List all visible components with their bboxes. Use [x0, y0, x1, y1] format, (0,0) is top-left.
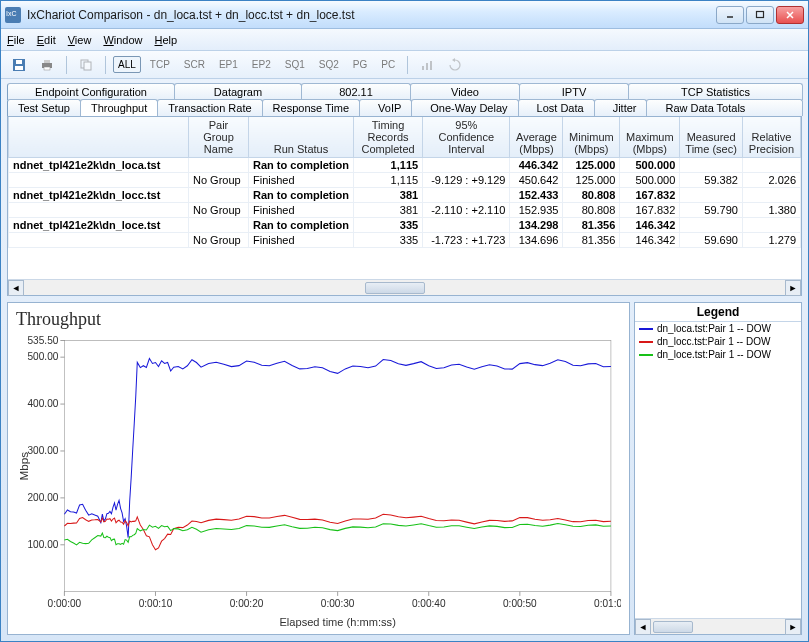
cell: 2.026: [742, 173, 800, 188]
col-header[interactable]: Measured Time (sec): [680, 117, 743, 158]
table-row[interactable]: ndnet_tpl421e2k\dn_loce.tstRan to comple…: [9, 218, 801, 233]
cell: 81.356: [563, 233, 620, 248]
titlebar[interactable]: IxChariot Comparison - dn_loca.tst + dn_…: [1, 1, 808, 29]
cell: [9, 233, 189, 248]
tab-one-way-delay[interactable]: One-Way Delay: [411, 99, 518, 116]
cell: Finished: [249, 233, 354, 248]
filter-all[interactable]: ALL: [113, 56, 141, 73]
filter-ep2[interactable]: EP2: [247, 56, 276, 73]
svg-text:400.00: 400.00: [28, 398, 59, 409]
tab-endpoint-config[interactable]: Endpoint Configuration: [7, 83, 175, 100]
col-header[interactable]: Relative Precision: [742, 117, 800, 158]
svg-rect-9: [84, 62, 91, 70]
filter-sq1[interactable]: SQ1: [280, 56, 310, 73]
tab-throughput[interactable]: Throughput: [80, 99, 158, 116]
close-button[interactable]: [776, 6, 804, 24]
app-window: IxChariot Comparison - dn_loca.tst + dn_…: [0, 0, 809, 642]
menu-window[interactable]: Window: [103, 34, 142, 46]
filter-scr[interactable]: SCR: [179, 56, 210, 73]
tab-transaction-rate[interactable]: Transaction Rate: [157, 99, 262, 116]
filter-tcp[interactable]: TCP: [145, 56, 175, 73]
save-icon[interactable]: [7, 55, 31, 75]
cell: 134.298: [510, 218, 563, 233]
col-header[interactable]: 95% Confidence Interval: [423, 117, 510, 158]
cell: 1.279: [742, 233, 800, 248]
chart-icon[interactable]: [415, 55, 439, 75]
cell: 335: [353, 218, 422, 233]
tab-jitter[interactable]: Jitter: [594, 99, 648, 116]
refresh-icon[interactable]: [443, 55, 467, 75]
menu-view[interactable]: View: [68, 34, 92, 46]
table-row[interactable]: No GroupFinished1,115-9.129 : +9.129450.…: [9, 173, 801, 188]
legend-swatch: [639, 341, 653, 343]
cell: 146.342: [620, 233, 680, 248]
cell: 80.808: [563, 203, 620, 218]
menu-help[interactable]: Help: [155, 34, 178, 46]
table-row[interactable]: ndnet_tpl421e2k\dn_locc.tstRan to comple…: [9, 188, 801, 203]
cell: [189, 158, 249, 173]
filter-pc[interactable]: PC: [376, 56, 400, 73]
legend-item[interactable]: dn_loca.tst:Pair 1 -- DOW: [635, 322, 801, 335]
tab-raw-data-totals[interactable]: Raw Data Totals: [646, 99, 803, 116]
col-header[interactable]: Maximum (Mbps): [620, 117, 680, 158]
grid-scroll[interactable]: Pair Group NameRun StatusTiming Records …: [8, 117, 801, 279]
filter-ep1[interactable]: EP1: [214, 56, 243, 73]
tab-tcp-stats[interactable]: TCP Statistics: [628, 83, 803, 100]
filter-sq2[interactable]: SQ2: [314, 56, 344, 73]
legend-item[interactable]: dn_locc.tst:Pair 1 -- DOW: [635, 335, 801, 348]
svg-rect-6: [44, 60, 50, 63]
scroll-left-icon[interactable]: ◄: [635, 619, 651, 635]
cell: [9, 203, 189, 218]
cell: 381: [353, 188, 422, 203]
cell: 80.808: [563, 188, 620, 203]
results-grid: Pair Group NameRun StatusTiming Records …: [7, 116, 802, 296]
tab-test-setup[interactable]: Test Setup: [7, 99, 81, 116]
maximize-button[interactable]: [746, 6, 774, 24]
cell: 146.342: [620, 218, 680, 233]
cell: 167.832: [620, 188, 680, 203]
svg-rect-1: [757, 11, 764, 17]
col-header[interactable]: [9, 117, 189, 158]
legend-item[interactable]: dn_loce.tst:Pair 1 -- DOW: [635, 348, 801, 361]
cell: 1.380: [742, 203, 800, 218]
table-row[interactable]: ndnet_tpl421e2k\dn_loca.tstRan to comple…: [9, 158, 801, 173]
col-header[interactable]: Pair Group Name: [189, 117, 249, 158]
filter-pg[interactable]: PG: [348, 56, 372, 73]
chart-panel: Throughput 100.00200.00300.00400.00500.0…: [7, 302, 630, 635]
legend-title: Legend: [635, 303, 801, 322]
copy-icon[interactable]: [74, 55, 98, 75]
col-header[interactable]: Average (Mbps): [510, 117, 563, 158]
scroll-right-icon[interactable]: ►: [785, 619, 801, 635]
tab-80211[interactable]: 802.11: [301, 83, 411, 100]
cell: 134.696: [510, 233, 563, 248]
tab-datagram[interactable]: Datagram: [174, 83, 302, 100]
scroll-left-icon[interactable]: ◄: [8, 280, 24, 296]
minimize-button[interactable]: [716, 6, 744, 24]
table-row[interactable]: No GroupFinished381-2.110 : +2.110152.93…: [9, 203, 801, 218]
tab-iptv[interactable]: IPTV: [519, 83, 629, 100]
tab-video[interactable]: Video: [410, 83, 520, 100]
grid-hscrollbar[interactable]: ◄ ►: [8, 279, 801, 295]
svg-text:0:00:00: 0:00:00: [48, 597, 82, 608]
table-row[interactable]: No GroupFinished335-1.723 : +1.723134.69…: [9, 233, 801, 248]
scroll-right-icon[interactable]: ►: [785, 280, 801, 296]
scroll-thumb[interactable]: [653, 621, 693, 633]
chart-plot[interactable]: 100.00200.00300.00400.00500.00535.500:00…: [16, 332, 621, 630]
tab-response-time[interactable]: Response Time: [262, 99, 360, 116]
print-icon[interactable]: [35, 55, 59, 75]
menu-edit[interactable]: Edit: [37, 34, 56, 46]
chart-title: Throughput: [16, 309, 621, 330]
tab-lost-data[interactable]: Lost Data: [518, 99, 595, 116]
cell: 125.000: [563, 158, 620, 173]
col-header[interactable]: Run Status: [249, 117, 354, 158]
scroll-thumb[interactable]: [365, 282, 425, 294]
menu-file[interactable]: File: [7, 34, 25, 46]
cell: 59.690: [680, 233, 743, 248]
legend-hscrollbar[interactable]: ◄ ►: [635, 618, 801, 634]
cell: Ran to completion: [249, 218, 354, 233]
tab-voip[interactable]: VoIP: [359, 99, 412, 116]
col-header[interactable]: Minimum (Mbps): [563, 117, 620, 158]
col-header[interactable]: Timing Records Completed: [353, 117, 422, 158]
svg-text:535.50: 535.50: [28, 334, 59, 345]
svg-rect-7: [44, 67, 50, 70]
